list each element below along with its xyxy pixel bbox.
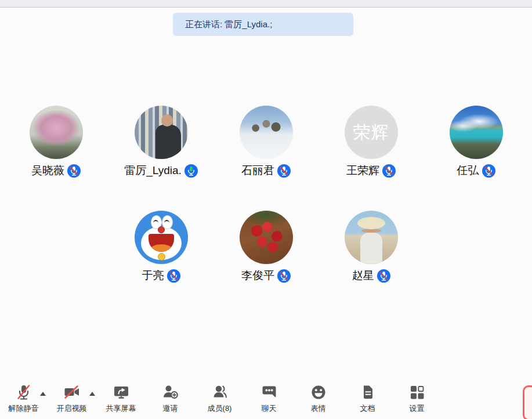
participant-tile-2[interactable]: 雷厉_Lydia. (108, 106, 213, 178)
expand-arrow-icon[interactable] (89, 392, 95, 396)
participant-tile-3[interactable]: 石丽君 (213, 106, 319, 178)
toolbar-item-label: 邀请 (163, 403, 178, 414)
mic-muted-icon (482, 164, 495, 178)
participant-name: 吴晓薇 (31, 163, 64, 178)
participant-name: 于亮 (142, 268, 164, 283)
mic-muted-icon (277, 164, 291, 178)
participant-avatar (135, 211, 188, 264)
toolbar-item-label: 聊天 (262, 403, 277, 414)
host-badge-icon (155, 147, 167, 158)
window-top-strip (0, 0, 532, 8)
participant-namebar: 李俊平 (241, 268, 291, 283)
participant-avatar (135, 106, 188, 159)
toolbar-share-screen-button[interactable]: 共享屏幕 (96, 383, 146, 414)
participant-avatar (30, 106, 83, 159)
participant-tile-8[interactable]: 赵星 (319, 211, 424, 283)
toolbar-invite-button[interactable]: 邀请 (146, 383, 195, 414)
toolbar-mic-muted-button[interactable]: 解除静音 (0, 383, 47, 414)
participant-namebar: 雷厉_Lydia. (124, 163, 198, 178)
participant-name: 任弘 (457, 163, 479, 178)
mic-muted-icon (382, 164, 396, 178)
participant-namebar: 吴晓薇 (31, 163, 81, 178)
participant-avatar: 荣辉 (345, 106, 398, 159)
toolbar-chat-button[interactable]: 聊天 (244, 383, 294, 414)
mic-muted-icon (67, 164, 81, 178)
participant-row-2: 于亮 李俊平 (0, 211, 532, 283)
share-screen-icon (113, 383, 130, 402)
expand-arrow-icon[interactable] (40, 392, 46, 396)
speaking-banner: 正在讲话: 雷厉_Lydia.; (173, 13, 353, 36)
participant-name: 王荣辉 (346, 163, 379, 178)
participant-row-1: 吴晓薇 雷厉_Lydia. (0, 106, 532, 178)
participant-tile-1[interactable]: 吴晓薇 (3, 106, 108, 178)
participant-avatar (240, 211, 293, 264)
camera-off-icon (63, 383, 81, 402)
toolbar-item-label: 解除静音 (9, 403, 39, 414)
participant-tile-6[interactable]: 于亮 (108, 211, 213, 283)
participant-tile-5[interactable]: 任弘 (424, 106, 529, 178)
mic-muted-icon (377, 269, 390, 283)
avatar-initials: 荣辉 (353, 121, 389, 145)
participant-namebar: 于亮 (142, 268, 180, 283)
meeting-toolbar: 解除静音 开启视频 共享屏幕 邀请 成员(8) (0, 377, 532, 419)
participant-namebar: 石丽君 (241, 163, 291, 178)
participant-name: 石丽君 (241, 163, 274, 178)
participant-namebar: 赵星 (352, 268, 390, 283)
participant-name: 李俊平 (241, 268, 274, 283)
toolbar-item-label: 开启视频 (57, 403, 87, 414)
participant-tile-4[interactable]: 荣辉 王荣辉 (319, 106, 424, 178)
participant-avatar (450, 106, 503, 159)
settings-icon (408, 383, 426, 402)
participant-name: 雷厉_Lydia. (124, 163, 182, 178)
participant-avatar (345, 211, 398, 264)
toolbar-item-label: 表情 (311, 403, 326, 414)
participant-grid: 吴晓薇 雷厉_Lydia. (0, 106, 532, 283)
clipped-red-edge-button[interactable] (523, 385, 532, 419)
participant-namebar: 王荣辉 (346, 163, 396, 178)
toolbar-settings-button[interactable]: 设置 (392, 383, 441, 414)
mic-muted-icon (15, 383, 32, 402)
participant-namebar: 任弘 (457, 163, 495, 178)
toolbar-item-label: 成员(8) (208, 403, 232, 414)
toolbar-item-label: 共享屏幕 (106, 403, 136, 414)
toolbar-docs-button[interactable]: 文档 (343, 383, 392, 414)
mic-muted-icon (277, 269, 291, 283)
members-icon (211, 383, 229, 402)
docs-icon (359, 383, 377, 402)
toolbar-item-label: 文档 (360, 403, 375, 414)
toolbar-members-button[interactable]: 成员(8) (195, 383, 244, 414)
toolbar-emoji-button[interactable]: 表情 (294, 383, 343, 414)
toolbar-item-label: 设置 (410, 403, 425, 414)
mic-active-icon (184, 164, 198, 178)
chat-icon (260, 383, 278, 402)
participant-avatar (240, 106, 293, 159)
toolbar-camera-off-button[interactable]: 开启视频 (47, 383, 96, 414)
participant-tile-7[interactable]: 李俊平 (213, 211, 319, 283)
invite-icon (162, 383, 179, 402)
participant-name: 赵星 (352, 268, 374, 283)
mic-muted-icon (167, 269, 180, 283)
emoji-icon (310, 383, 327, 402)
